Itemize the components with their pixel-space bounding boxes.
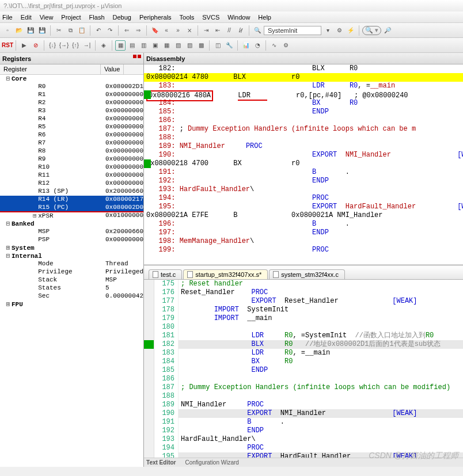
save-icon[interactable]: 💾 (25, 25, 36, 36)
src-line-190[interactable]: EXPORT NMI_Handler [WEAK] (179, 409, 463, 418)
disasm-line-21[interactable]: 199: PROC (144, 246, 463, 254)
src-line-191[interactable]: B . (179, 418, 463, 427)
menu-view[interactable]: View (40, 14, 54, 21)
src-line-176[interactable]: Reset_Handler PROC (179, 288, 463, 297)
bookmark-clear-icon[interactable]: ⨯ (184, 25, 195, 36)
disasm-line-7[interactable]: 187: ; Dummy Exception Handlers (infinit… (144, 125, 463, 134)
disasm-line-13[interactable]: 192: ENDP (144, 177, 463, 185)
register-xPSR[interactable]: ⊞xPSR0x01000000 (0, 212, 143, 220)
src-line-179[interactable]: IMPORT __main (179, 314, 463, 323)
src-line-194[interactable]: PROC (179, 444, 463, 452)
wand-icon[interactable]: ⚡ (346, 25, 356, 36)
trace-window-icon[interactable]: ▩ (196, 40, 206, 51)
watch-window-icon[interactable]: ▣ (150, 40, 160, 51)
logic-analyzer-icon[interactable]: ∿ (269, 40, 279, 51)
register-PSP[interactable]: PSP0x00000000 (0, 236, 143, 244)
disasm-line-6[interactable]: 186: (144, 116, 463, 125)
pane-pin-close-icon[interactable] (133, 55, 141, 63)
register-MSP[interactable]: MSP0x20000660 (0, 228, 143, 236)
indent-icon[interactable]: ⇥ (201, 25, 211, 36)
src-line-182[interactable]: BLX R0 //地址0x080002D1后面的1代表是sub状态 (179, 340, 463, 349)
bookmark-icon[interactable]: 🔖 (150, 25, 160, 36)
src-line-181[interactable]: LDR R0, =SystemInit //函数入口地址加入到R0 (179, 332, 463, 340)
source-tab-0[interactable]: test.c (149, 269, 182, 279)
disasm-line-20[interactable]: 198: MemManage_Handler\ (144, 237, 463, 246)
new-icon[interactable]: ▫ (2, 25, 13, 36)
disasm-line-3[interactable]: 0x08000216 480A LDR r0,[pc,#40] ; @0x080… (144, 90, 463, 99)
menu-debug[interactable]: Debug (113, 14, 131, 21)
register-Stack[interactable]: StackMSP (0, 276, 143, 284)
system-viewer-icon[interactable]: ◫ (212, 40, 223, 51)
registers-tree[interactable]: ⊟Core R00x080002D1 R10x00000000 R20x0000… (0, 75, 143, 467)
src-line-186[interactable] (179, 375, 463, 383)
register-Mode[interactable]: ModeThread (0, 260, 143, 268)
serial-window-icon[interactable]: ▨ (173, 40, 183, 51)
col-register[interactable]: Register (0, 64, 101, 74)
analysis-window-icon[interactable]: ▧ (184, 40, 195, 51)
src-line-189[interactable]: NMI_Handler PROC (179, 401, 463, 409)
register-Sec[interactable]: Sec0.00000042 (0, 292, 143, 300)
src-line-184[interactable]: BX R0 (179, 357, 463, 366)
src-line-180[interactable] (179, 323, 463, 332)
disasm-line-15[interactable]: 194: PROC (144, 194, 463, 203)
step-out-icon[interactable]: {↑} (70, 40, 81, 51)
disasm-line-5[interactable]: 185: ENDP (144, 108, 463, 116)
run-icon[interactable]: ▶ (19, 40, 29, 51)
disasm-line-14[interactable]: 193: HardFault_Handler\ (144, 185, 463, 194)
register-FPU[interactable]: ⊞FPU (0, 300, 143, 309)
redo-icon[interactable]: ↷ (105, 25, 115, 36)
tab-text-editor[interactable]: Text Editor (146, 459, 176, 466)
show-pc-icon[interactable]: ◈ (98, 40, 109, 51)
saveall-icon[interactable]: 💾 (37, 25, 47, 36)
register-R12[interactable]: R120x00000000 (0, 180, 143, 188)
register-R10[interactable]: R100x00000000 (0, 163, 143, 172)
col-value[interactable]: Value (101, 64, 124, 74)
src-line-187[interactable]: ; Dummy Exception Handlers (infinite loo… (179, 383, 463, 392)
menu-tools[interactable]: Tools (180, 14, 195, 21)
register-R8[interactable]: R80x00000000 (0, 147, 143, 155)
disasm-line-2[interactable]: 183: LDR R0, =__main (144, 82, 463, 90)
comment-icon[interactable]: // (224, 25, 234, 36)
register-R15PC[interactable]: R15 (PC)0x080002D0 (0, 204, 143, 212)
menu-file[interactable]: File (2, 14, 13, 21)
disasm-line-18[interactable]: 196: B . (144, 220, 463, 229)
disasm-window-icon[interactable]: ▦ (115, 40, 126, 51)
disasm-line-17[interactable]: 0x0800021A E7FE B 0x0800021A NMI_Handler (144, 211, 463, 220)
src-line-175[interactable]: ; Reset handler (179, 280, 463, 288)
register-R11[interactable]: R110x00000000 (0, 172, 143, 180)
uncomment-icon[interactable]: //̷ (236, 25, 246, 36)
register-R1[interactable]: R10x00000000 (0, 91, 143, 99)
bookmark-prev-icon[interactable]: « (161, 25, 172, 36)
undo-icon[interactable]: ↶ (93, 25, 104, 36)
register-R5[interactable]: R50x00000000 (0, 123, 143, 131)
src-line-192[interactable]: ENDP (179, 427, 463, 435)
register-R0[interactable]: R00x080002D1 (0, 83, 143, 91)
tab-config-wizard[interactable]: Configuration Wizard (185, 459, 239, 466)
menu-svcs[interactable]: SVCS (202, 14, 219, 21)
disasm-line-1[interactable]: 0x08000214 4780 BLX r0 (144, 73, 463, 82)
src-line-178[interactable]: IMPORT SystemInit (179, 306, 463, 314)
menu-help[interactable]: Help (258, 14, 271, 21)
find-icon[interactable]: 🔍 (252, 25, 263, 36)
paste-icon[interactable]: 📋 (77, 25, 87, 36)
register-R14LR[interactable]: R14 (LR)0x08000217 (0, 196, 143, 204)
disassembly-body[interactable]: 182: BLX R00x08000214 4780 BLX r0 183: L… (144, 64, 463, 264)
stop-icon[interactable]: ⊘ (31, 40, 41, 51)
src-line-185[interactable]: ENDP (179, 366, 463, 375)
register-R2[interactable]: R20x00000000 (0, 99, 143, 107)
register-R13SP[interactable]: R13 (SP)0x20000660 (0, 188, 143, 196)
reset-icon[interactable]: RST (2, 40, 13, 51)
run-to-cursor-icon[interactable]: →| (82, 40, 92, 51)
debug-settings-icon[interactable]: ⚙ (280, 40, 291, 51)
bookmark-next-icon[interactable]: » (173, 25, 183, 36)
src-line-177[interactable]: EXPORT Reset_Handler [WEAK] (179, 297, 463, 306)
disasm-line-0[interactable]: 182: BLX R0 (144, 64, 463, 73)
coverage-icon[interactable]: ◔ (252, 40, 263, 51)
menu-edit[interactable]: Edit (21, 14, 32, 21)
menu-flash[interactable]: Flash (89, 14, 105, 21)
perf-icon[interactable]: 📊 (241, 40, 251, 51)
disasm-line-8[interactable]: 188: (144, 134, 463, 142)
dropdown-icon[interactable]: ▾ (322, 25, 333, 36)
menu-window[interactable]: Window (227, 14, 250, 21)
register-Core[interactable]: ⊟Core (0, 75, 143, 83)
